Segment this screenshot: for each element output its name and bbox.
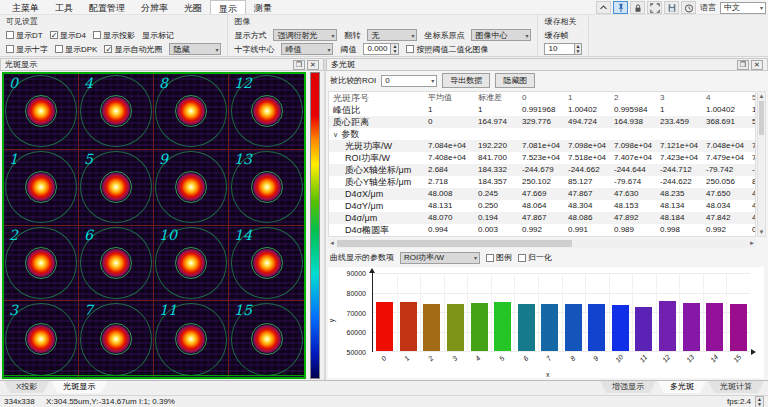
- table-row[interactable]: 质心Y轴坐标/μm2.718184.357250.10285.127-79.67…: [329, 176, 755, 188]
- checkbox-show-d4[interactable]: ✓显示D4: [50, 30, 86, 41]
- menu-item-4[interactable]: 分辨率: [133, 0, 176, 14]
- hide-chart-button[interactable]: 隐藏图: [495, 73, 535, 88]
- checkbox-show-projection[interactable]: 显示投影: [93, 30, 135, 41]
- chart-bar-2[interactable]: [423, 304, 440, 351]
- scrollbar-thumb[interactable]: [759, 101, 764, 135]
- chart-bar-12[interactable]: [659, 301, 676, 351]
- chart-bar-9[interactable]: [588, 304, 605, 351]
- dock-tab-光斑显示[interactable]: 光斑显示: [51, 381, 107, 393]
- display-mode-select[interactable]: 强调衍射光▾: [273, 29, 337, 41]
- chart-bar-5[interactable]: [494, 302, 511, 351]
- timer-button[interactable]: [681, 1, 696, 14]
- beam-cell-1[interactable]: 1: [4, 150, 79, 226]
- table-row[interactable]: 峰值比110.9919681.004020.99598411.004021.01…: [329, 104, 755, 116]
- chart-bar-8[interactable]: [565, 304, 582, 351]
- menu-item-5[interactable]: 光圈: [176, 0, 210, 14]
- table-row[interactable]: D4σX/μm48.0080.24547.66947.86747.63048.2…: [329, 188, 755, 200]
- beam-cell-2[interactable]: 2: [4, 226, 79, 302]
- menu-item-1[interactable]: 主菜单: [4, 0, 47, 14]
- table-row[interactable]: ROI功率/W7.408e+04841.7007.523e+047.518e+0…: [329, 152, 755, 164]
- scroll-left-icon[interactable]: ◄: [328, 239, 336, 248]
- beam-cell-6[interactable]: 6: [79, 226, 154, 302]
- spinner-arrows[interactable]: ▲▼: [390, 44, 398, 54]
- float-panel-button[interactable]: ❐: [737, 60, 749, 70]
- chart-bar-13[interactable]: [683, 303, 700, 351]
- export-data-button[interactable]: 导出数据: [442, 73, 490, 88]
- chart-bar-1[interactable]: [400, 302, 417, 351]
- beam-cell-15[interactable]: 15: [229, 301, 304, 377]
- menu-item-2[interactable]: 工具: [47, 0, 81, 14]
- checkbox-normalize[interactable]: 归一化: [518, 252, 552, 263]
- dock-tab-增强显示[interactable]: 增强显示: [600, 381, 656, 393]
- dock-tab-多光斑[interactable]: 多光斑: [658, 381, 706, 393]
- close-panel-button[interactable]: ✕: [751, 60, 763, 70]
- table-row[interactable]: D4σ/μm48.0700.19447.86748.08647.89248.18…: [329, 212, 755, 224]
- checkbox-show-cross[interactable]: 显示十字: [6, 44, 48, 55]
- table-row[interactable]: 质心距离0164.974329.776494.724164.938233.459…: [329, 116, 755, 128]
- roi-select[interactable]: 0▾: [381, 75, 437, 87]
- float-panel-button[interactable]: ❐: [293, 60, 305, 70]
- fps-spinner[interactable]: ▲▼: [755, 396, 764, 407]
- beam-cell-5[interactable]: 5: [79, 150, 154, 226]
- beam-image[interactable]: 0481215913261014371115: [2, 72, 306, 379]
- checkbox-show-dpk[interactable]: 显示DPK: [55, 44, 97, 55]
- table-row[interactable]: 质心X轴坐标/μm2.684184.332-244.679-244.662-24…: [329, 164, 755, 176]
- menu-item-6[interactable]: 显示: [210, 0, 246, 14]
- language-select[interactable]: 中文▾: [720, 2, 766, 14]
- save-button[interactable]: [664, 1, 679, 14]
- collapse-arrow-icon[interactable]: ∨: [333, 131, 338, 138]
- chart-bar-10[interactable]: [612, 305, 629, 351]
- chart-bar-0[interactable]: [376, 302, 393, 351]
- scroll-down-icon[interactable]: ▼: [758, 228, 765, 236]
- checkbox-show-auto-aperture[interactable]: ✓显示自动光圈: [104, 44, 162, 55]
- cross-center-select[interactable]: 峰值▾: [281, 43, 333, 55]
- chart-bar-15[interactable]: [730, 304, 747, 351]
- menu-item-7[interactable]: 测量: [246, 0, 280, 14]
- beam-cell-0[interactable]: 0: [4, 74, 79, 150]
- scroll-up-icon[interactable]: ▲: [758, 92, 765, 100]
- chart-bar-6[interactable]: [518, 304, 535, 351]
- beam-cell-11[interactable]: 11: [154, 301, 229, 377]
- threshold-spinner[interactable]: 0.000▲▼: [363, 43, 399, 55]
- table-horizontal-scrollbar[interactable]: ◄ ►: [328, 239, 756, 248]
- scroll-right-icon[interactable]: ►: [748, 239, 756, 248]
- checkbox-show-dt[interactable]: 显示DT: [6, 30, 43, 41]
- beam-cell-9[interactable]: 9: [154, 150, 229, 226]
- cache-frames-spinner[interactable]: 10▲▼: [544, 43, 582, 55]
- dock-tab-X投影[interactable]: X投影: [4, 381, 49, 393]
- beam-cell-13[interactable]: 13: [229, 150, 304, 226]
- scrollbar-thumb[interactable]: [337, 240, 572, 247]
- checkbox-binarize[interactable]: 按照阈值二值化图像: [406, 44, 488, 55]
- beam-cell-8[interactable]: 8: [154, 74, 229, 150]
- chart-bar-7[interactable]: [541, 304, 558, 351]
- chart-bar-14[interactable]: [706, 303, 723, 351]
- beam-cell-4[interactable]: 4: [79, 74, 154, 150]
- beam-cell-14[interactable]: 14: [229, 226, 304, 302]
- spinner-arrows[interactable]: ▲▼: [574, 44, 582, 54]
- chart-bar-4[interactable]: [471, 303, 488, 351]
- chart-bar-11[interactable]: [635, 307, 652, 351]
- beam-cell-12[interactable]: 12: [229, 74, 304, 150]
- chart-bar-3[interactable]: [447, 304, 464, 351]
- multispot-table[interactable]: 光斑序号平均值标准差0123456峰值比110.9919681.004020.9…: [328, 91, 756, 237]
- table-row[interactable]: 光斑功率/W7.084e+04192.2207.081e+047.098e+04…: [329, 140, 755, 152]
- fullscreen-button[interactable]: [647, 1, 662, 14]
- curve-param-select[interactable]: ROI功率/W▾: [400, 252, 480, 264]
- close-panel-button[interactable]: ✕: [307, 60, 319, 70]
- collapse-ribbon-button[interactable]: [596, 1, 611, 14]
- menu-item-3[interactable]: 配置管理: [81, 0, 133, 14]
- table-vertical-scrollbar[interactable]: ▲ ▼: [757, 91, 766, 237]
- origin-select[interactable]: 图像中心▾: [471, 29, 531, 41]
- checkbox-legend[interactable]: 图例: [486, 252, 512, 263]
- lock-button[interactable]: [630, 1, 645, 14]
- table-row[interactable]: D4σY/μm48.1310.25048.06448.30448.15348.1…: [329, 200, 755, 212]
- beam-cell-7[interactable]: 7: [79, 301, 154, 377]
- dock-tab-光斑计算[interactable]: 光斑计算: [708, 381, 764, 393]
- flip-select[interactable]: 无▾: [367, 29, 417, 41]
- table-row[interactable]: ∨参数: [329, 128, 755, 140]
- table-row[interactable]: D4σ椭圆率0.9940.0030.9920.9910.9890.9980.99…: [329, 224, 755, 236]
- beam-cell-10[interactable]: 10: [154, 226, 229, 302]
- marker-mode-select[interactable]: 隐藏▾: [169, 43, 221, 55]
- beam-cell-3[interactable]: 3: [4, 301, 79, 377]
- pin-button[interactable]: [613, 1, 628, 14]
